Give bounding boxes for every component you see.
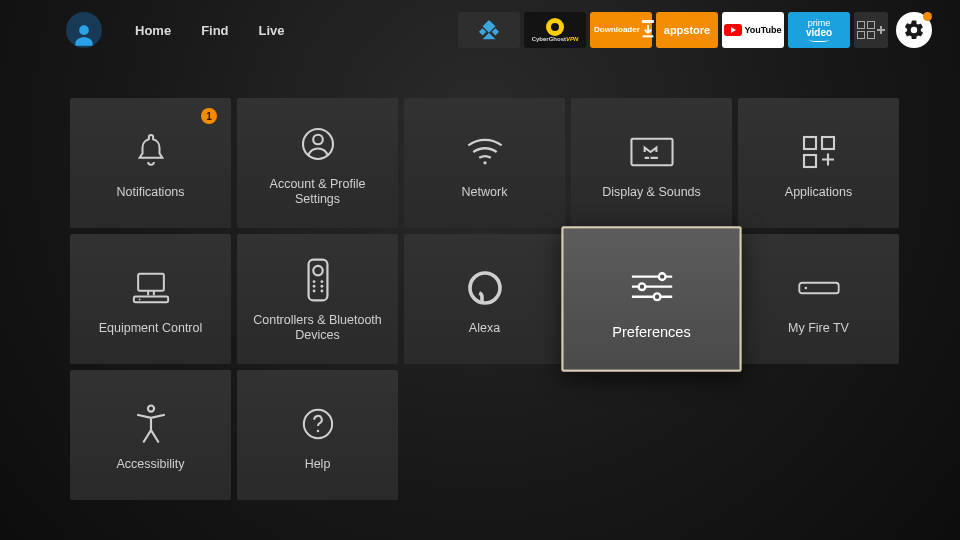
- app-youtube[interactable]: YouTube: [722, 12, 784, 48]
- svg-point-16: [312, 290, 315, 293]
- tile-label: My Fire TV: [778, 321, 859, 336]
- tile-label: Controllers & Bluetooth Devices: [237, 313, 398, 343]
- apps-grid-icon: [857, 21, 875, 39]
- equipment-icon: [131, 270, 171, 306]
- nav-home[interactable]: Home: [120, 23, 186, 38]
- tile-accessibility[interactable]: Accessibility: [70, 370, 231, 500]
- svg-point-12: [312, 280, 315, 283]
- help-icon: [301, 407, 335, 441]
- app-row: CyberGhostVPN Downloader appstore YouTub…: [458, 12, 932, 48]
- remote-icon: [307, 258, 329, 302]
- gear-icon: [903, 19, 925, 41]
- tile-label: Account & Profile Settings: [237, 177, 398, 207]
- svg-rect-4: [804, 137, 816, 149]
- youtube-label: YouTube: [744, 25, 781, 35]
- svg-point-14: [312, 285, 315, 288]
- tile-help[interactable]: Help: [237, 370, 398, 500]
- firetv-icon: [798, 279, 840, 297]
- display-icon: [630, 136, 674, 168]
- tile-equipment[interactable]: Equipment Control: [70, 234, 231, 364]
- main-nav: Home Find Live: [120, 23, 300, 38]
- prime-smile-icon: [809, 38, 829, 42]
- svg-point-17: [320, 290, 323, 293]
- tile-label: Equipment Control: [89, 321, 213, 336]
- tile-label: Display & Sounds: [592, 185, 711, 200]
- tile-notifications[interactable]: 1 Notifications: [70, 98, 231, 228]
- svg-rect-7: [138, 273, 164, 290]
- tile-network[interactable]: Network: [404, 98, 565, 228]
- app-kodi[interactable]: [458, 12, 520, 48]
- top-bar: Home Find Live CyberGhostVPN Downloader …: [0, 0, 960, 60]
- cyberghost-label: CyberGhostVPN: [532, 36, 579, 43]
- nav-live[interactable]: Live: [244, 23, 300, 38]
- settings-button[interactable]: [896, 12, 932, 48]
- tile-label: Help: [295, 457, 341, 472]
- svg-point-9: [138, 298, 140, 300]
- nav-find[interactable]: Find: [186, 23, 243, 38]
- svg-point-13: [320, 280, 323, 283]
- svg-point-11: [313, 266, 322, 275]
- svg-point-24: [147, 405, 153, 411]
- svg-rect-6: [804, 155, 816, 167]
- account-icon: [300, 126, 336, 162]
- tile-alexa[interactable]: Alexa: [404, 234, 565, 364]
- app-cyberghost[interactable]: CyberGhostVPN: [524, 12, 586, 48]
- tile-controllers[interactable]: Controllers & Bluetooth Devices: [237, 234, 398, 364]
- accessibility-icon: [134, 404, 168, 444]
- app-appstore[interactable]: appstore: [656, 12, 718, 48]
- app-prime-video[interactable]: prime video: [788, 12, 850, 48]
- tile-label: Alexa: [459, 321, 510, 336]
- download-icon: [640, 20, 656, 40]
- tile-label: Accessibility: [106, 457, 194, 472]
- settings-grid: 1 Notifications Account & Profile Settin…: [0, 60, 960, 500]
- cyberghost-icon: [546, 18, 564, 36]
- tile-account[interactable]: Account & Profile Settings: [237, 98, 398, 228]
- svg-point-21: [653, 293, 660, 300]
- tile-display-sounds[interactable]: Display & Sounds: [571, 98, 732, 228]
- downloader-label: Downloader: [594, 26, 640, 34]
- alexa-icon: [467, 270, 503, 306]
- plus-icon: [877, 26, 885, 34]
- user-icon: [71, 22, 97, 48]
- svg-point-15: [320, 285, 323, 288]
- profile-avatar[interactable]: [66, 12, 102, 48]
- svg-point-2: [483, 161, 486, 164]
- apps-icon: [801, 134, 837, 170]
- svg-point-23: [804, 286, 807, 289]
- svg-point-26: [316, 429, 319, 432]
- svg-point-1: [313, 135, 323, 145]
- tile-preferences[interactable]: Preferences: [561, 226, 741, 372]
- tile-label: Preferences: [601, 323, 702, 340]
- tile-my-fire-tv[interactable]: My Fire TV: [738, 234, 899, 364]
- tile-label: Network: [452, 185, 518, 200]
- tile-label: Applications: [775, 185, 862, 200]
- apps-grid-button[interactable]: [854, 12, 888, 48]
- svg-point-18: [470, 273, 500, 303]
- app-downloader[interactable]: Downloader: [590, 12, 652, 48]
- sliders-icon: [628, 267, 675, 305]
- tile-label: Notifications: [106, 185, 194, 200]
- prime-label-2: video: [806, 28, 832, 37]
- youtube-icon: [724, 24, 742, 36]
- kodi-icon: [478, 19, 500, 41]
- svg-point-20: [638, 283, 645, 290]
- svg-point-19: [658, 273, 665, 280]
- wifi-icon: [465, 136, 505, 168]
- settings-notification-dot: [923, 12, 932, 21]
- tile-applications[interactable]: Applications: [738, 98, 899, 228]
- notification-badge: 1: [201, 108, 217, 124]
- bell-icon: [134, 132, 168, 172]
- svg-rect-5: [822, 137, 834, 149]
